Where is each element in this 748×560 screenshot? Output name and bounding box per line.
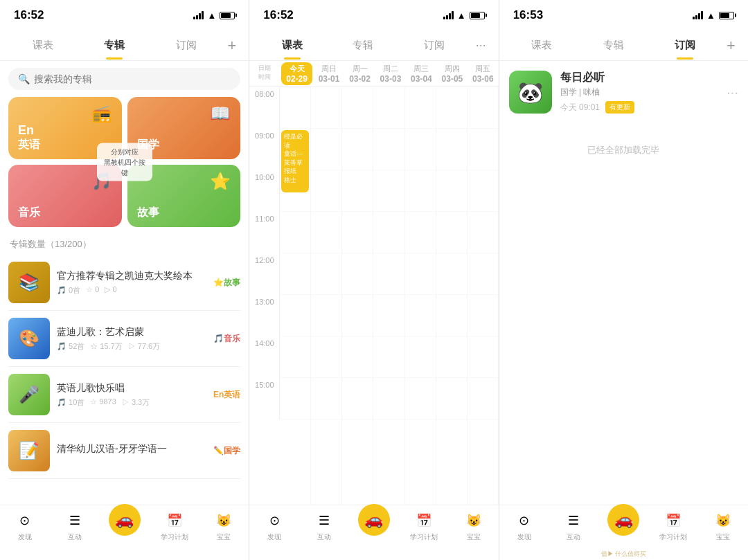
day-sun[interactable]: 周日 03-01 (314, 61, 344, 87)
tab-schedule-3[interactable]: 课表 (506, 32, 578, 59)
sub-title-0: 每日必听 (560, 71, 719, 85)
bottom-nav-3: ⊙ 发现 ☰ 互动 🚗 📅 学习计划 😺 宝宝 值▶ 什么值得买 (499, 505, 748, 560)
day-today[interactable]: 今天 02-29 (281, 62, 312, 85)
nav-discover-icon-2: ⊙ (265, 511, 284, 530)
screen3-content: 🐼 每日必听 国学 | 咪柚 今天 09:01 有更新 ··· 已经全部加载完毕 (499, 61, 748, 505)
time-1000: 10:00 (249, 170, 280, 212)
nav-baby-icon-1: 😺 (214, 511, 233, 530)
album-item-2[interactable]: 🎤 英语儿歌快乐唱 🎵 10首 ☆ 9873 ▷ 3.3万 En英语 (8, 367, 240, 423)
col-fri (467, 87, 499, 505)
loaded-text: 已经全部加载完毕 (499, 123, 748, 177)
signal-icon-3 (693, 11, 703, 19)
time-1300: 13:00 (249, 295, 280, 336)
hint-text: 分别对应黑教机四个按键 (97, 143, 152, 181)
album-count: 专辑数量（13/200） (0, 234, 249, 255)
album-thumb-0: 📚 (8, 262, 50, 303)
nav-discover-2[interactable]: ⊙ 发现 (249, 511, 299, 542)
album-title-0: 官方推荐专辑之凯迪克大奖绘本 (57, 269, 206, 283)
add-tab-button-3[interactable]: + (721, 37, 741, 55)
tab-subscribe-3[interactable]: 订阅 (650, 32, 721, 59)
nav-car-3[interactable]: 🚗 (598, 511, 648, 538)
nav-discover-3[interactable]: ⊙ 发现 (499, 511, 549, 542)
album-title-3: 清华幼儿汉语-牙牙学语一 (57, 442, 206, 456)
bottom-nav-1: ⊙ 发现 ☰ 互动 🚗 📅 学习计划 😺 宝宝 (0, 505, 249, 560)
nav-baby-icon-3: 😺 (713, 511, 733, 530)
schedule-body: 08:00 09:00 10:00 11:00 12:00 13:00 14:0… (249, 87, 498, 505)
nav-baby-icon-2: 😺 (464, 511, 483, 530)
day-tue[interactable]: 周二 03-03 (375, 61, 406, 87)
search-bar-1[interactable]: 🔍 (8, 68, 240, 90)
nav-interact-label-1: 互动 (68, 532, 82, 542)
status-icons-1: ▲ (193, 10, 235, 21)
day-thu[interactable]: 周四 03-05 (437, 61, 467, 87)
story-label: 故事 (137, 206, 159, 220)
day-mon[interactable]: 周一 03-02 (344, 61, 375, 87)
search-input-1[interactable] (34, 73, 155, 84)
album-meta-2: 🎵 10首 ☆ 9873 ▷ 3.3万 (57, 397, 206, 408)
nav-discover-icon-1: ⊙ (15, 511, 35, 530)
album-tag-3: ✏️国学 (213, 445, 240, 457)
day-fri[interactable]: 周五 03-06 (467, 61, 498, 87)
album-item-3[interactable]: 📝 清华幼儿汉语-牙牙学语一 ✏️国学 (8, 423, 240, 479)
battery-icon-3 (719, 12, 734, 19)
wifi-icon-2: ▲ (457, 10, 466, 21)
album-item-1[interactable]: 🎨 蓝迪儿歌：艺术启蒙 🎵 52首 ☆ 15.7万 ▷ 77.6万 🎵音乐 (8, 311, 240, 367)
day-wed[interactable]: 周三 03-04 (406, 61, 436, 87)
cell-today-0 (280, 87, 310, 129)
tab-album-3[interactable]: 专辑 (578, 32, 649, 59)
plays-0: 🎵 0首 (57, 285, 80, 296)
sub-more-button-0[interactable]: ··· (727, 84, 738, 100)
nav-car-2[interactable]: 🚗 (349, 511, 399, 538)
subscription-item-0[interactable]: 🐼 每日必听 国学 | 咪柚 今天 09:01 有更新 ··· (499, 61, 748, 123)
time-3: 16:53 (513, 8, 543, 22)
story-icon: ⭐ (210, 172, 231, 191)
tab-album-1[interactable]: 专辑 (78, 32, 150, 59)
guoxue-icon: 📖 (210, 104, 231, 123)
time-1: 16:52 (14, 8, 44, 22)
status-bar-1: 16:52 ▲ (0, 0, 249, 30)
tab-schedule-2[interactable]: 课表 (256, 32, 328, 59)
nav-car-icon-1: 🚗 (109, 504, 141, 536)
nav-interact-3[interactable]: ☰ 互动 (549, 511, 599, 542)
nav-interact-2[interactable]: ☰ 互动 (299, 511, 349, 542)
nav-study-1[interactable]: 📅 学习计划 (150, 511, 199, 542)
status-bar-2: 16:52 ▲ (249, 0, 498, 30)
tab-album-2[interactable]: 专辑 (328, 32, 399, 59)
nav-baby-3[interactable]: 😺 宝宝 (698, 511, 748, 542)
album-item-0[interactable]: 📚 官方推荐专辑之凯迪克大奖绘本 🎵 0首 ☆ 0 ▷ 0 ⭐故事 (8, 255, 240, 311)
nav-baby-1[interactable]: 😺 宝宝 (199, 511, 249, 542)
nav-study-icon-3: 📅 (664, 511, 683, 530)
nav-interact-1[interactable]: ☰ 互动 (50, 511, 100, 542)
watermark: 值▶ 什么值得买 (499, 550, 748, 559)
tab-subscribe-2[interactable]: 订阅 (399, 32, 470, 59)
cell-today-1[interactable]: 橙是必读童话—茉香草报纸格士 (280, 129, 310, 170)
more-button-2[interactable]: ··· (470, 38, 492, 53)
album-info-2: 英语儿歌快乐唱 🎵 10首 ☆ 9873 ▷ 3.3万 (57, 381, 206, 408)
nav-study-3[interactable]: 📅 学习计划 (648, 511, 698, 542)
nav-study-2[interactable]: 📅 学习计划 (399, 511, 449, 542)
nav-car-icon-2: 🚗 (358, 504, 390, 536)
screen1-content: 🔍 📻 En 英语 📖 国学 分别对应黑教机四个按键 🎵 (0, 61, 249, 505)
cell-today-3 (280, 212, 310, 253)
nav-car-1[interactable]: 🚗 (100, 511, 150, 538)
album-thumb-2: 🎤 (8, 374, 50, 415)
battery-icon-2 (470, 12, 485, 19)
signal-icon-2 (443, 11, 454, 19)
nav-baby-label-1: 宝宝 (217, 532, 231, 542)
tab-subscribe-1[interactable]: 订阅 (150, 32, 222, 59)
nav-interact-label-3: 互动 (567, 532, 580, 542)
tab-schedule-1[interactable]: 课表 (7, 32, 78, 59)
album-tag-2: En英语 (213, 389, 240, 401)
col-wed (405, 87, 436, 505)
nav-discover-1[interactable]: ⊙ 发现 (0, 511, 50, 542)
sub-time-row-0: 今天 09:01 有更新 (560, 101, 719, 114)
top-tabs-3: 课表 专辑 订阅 + (499, 30, 748, 61)
add-tab-button-1[interactable]: + (222, 37, 242, 55)
likes-2: ☆ 9873 (90, 397, 116, 408)
screen2-content: 日期时间 今天 02-29 周日 03-01 周一 03-02 周二 03-03… (249, 61, 498, 505)
time-column: 08:00 09:00 10:00 11:00 12:00 13:00 14:0… (249, 87, 280, 505)
nav-baby-2[interactable]: 😺 宝宝 (449, 511, 499, 542)
cell-today-7 (280, 378, 310, 419)
album-title-2: 英语儿歌快乐唱 (57, 381, 206, 395)
likes-0: ☆ 0 (86, 285, 99, 296)
